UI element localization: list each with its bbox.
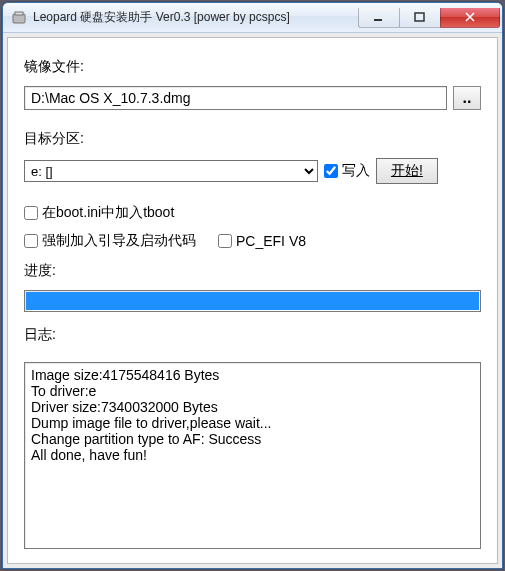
log-label: 日志:: [24, 326, 481, 344]
tboot-checkbox-wrap[interactable]: 在boot.ini中加入tboot: [24, 204, 481, 222]
client-area: 镜像文件: .. 目标分区: e: [] 写入 开始! 在boot.i: [3, 33, 502, 568]
window-controls: [359, 8, 500, 28]
force-checkbox-wrap[interactable]: 强制加入引导及启动代码: [24, 232, 196, 250]
main-panel: 镜像文件: .. 目标分区: e: [] 写入 开始! 在boot.i: [7, 37, 498, 564]
pcefi-checkbox[interactable]: [218, 234, 232, 248]
minimize-button[interactable]: [358, 8, 400, 28]
browse-button[interactable]: ..: [453, 86, 481, 110]
pcefi-checkbox-wrap[interactable]: PC_EFI V8: [218, 232, 306, 250]
progress-bar: [24, 290, 481, 312]
progress-label: 进度:: [24, 262, 481, 280]
log-textarea[interactable]: Image size:4175548416 Bytes To driver:e …: [24, 362, 481, 549]
svg-rect-3: [415, 13, 424, 21]
image-path-input[interactable]: [24, 86, 447, 110]
target-partition-label: 目标分区:: [24, 130, 481, 148]
svg-rect-2: [374, 19, 382, 21]
force-checkbox-label: 强制加入引导及启动代码: [42, 232, 196, 250]
write-checkbox-wrap[interactable]: 写入: [324, 162, 370, 180]
window-title: Leopard 硬盘安装助手 Ver0.3 [power by pcspcs]: [33, 9, 359, 26]
target-partition-select[interactable]: e: []: [24, 160, 318, 182]
close-button[interactable]: [440, 8, 500, 28]
titlebar[interactable]: Leopard 硬盘安装助手 Ver0.3 [power by pcspcs]: [3, 3, 502, 33]
progress-bar-fill: [26, 292, 479, 310]
app-icon: [11, 10, 27, 26]
maximize-button[interactable]: [399, 8, 441, 28]
options-group: 在boot.ini中加入tboot 强制加入引导及启动代码 PC_EFI V8: [24, 204, 481, 250]
force-checkbox[interactable]: [24, 234, 38, 248]
start-button[interactable]: 开始!: [376, 158, 438, 184]
app-window: Leopard 硬盘安装助手 Ver0.3 [power by pcspcs] …: [2, 2, 503, 569]
tboot-checkbox-label: 在boot.ini中加入tboot: [42, 204, 174, 222]
pcefi-checkbox-label: PC_EFI V8: [236, 233, 306, 249]
write-checkbox-label: 写入: [342, 162, 370, 180]
image-file-label: 镜像文件:: [24, 58, 481, 76]
svg-rect-1: [15, 12, 23, 15]
tboot-checkbox[interactable]: [24, 206, 38, 220]
write-checkbox[interactable]: [324, 164, 338, 178]
